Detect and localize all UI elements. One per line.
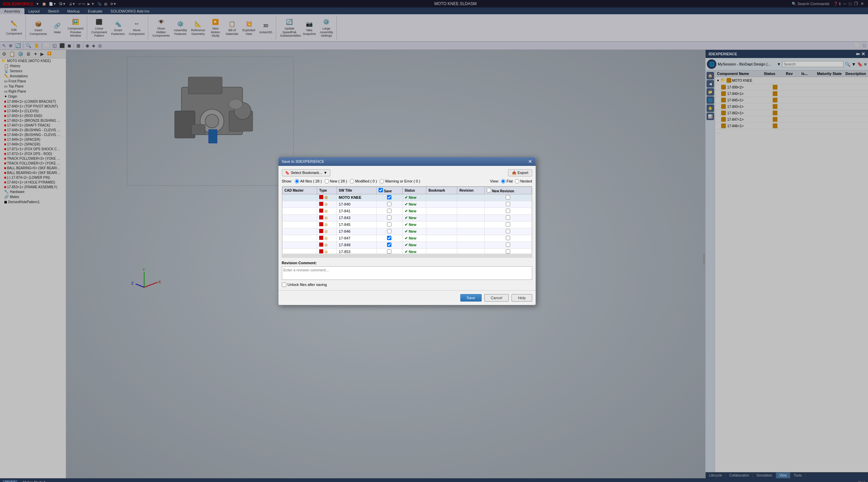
dialog-close-btn[interactable]: ✕ [528, 159, 532, 164]
table-row[interactable]: ⚙ 17-841 ✔ New [282, 208, 532, 214]
th-bookmark: Bookmark [426, 187, 457, 194]
type-gear-8: ⚙ [324, 250, 328, 254]
file-table-container[interactable]: CAD Master Type SW Title Save Status Boo… [282, 186, 532, 254]
td-save-8[interactable] [376, 248, 402, 254]
td-newrev-5[interactable] [485, 228, 532, 235]
bookmark-dropdown-icon: ▼ [324, 171, 327, 175]
save-checkbox-4[interactable] [387, 222, 391, 227]
revision-comment-textarea[interactable] [282, 266, 532, 280]
select-bookmark-btn[interactable]: 🔖 Select Bookmark... ▼ [282, 169, 330, 176]
td-save-1[interactable] [376, 201, 402, 208]
newrev-checkbox-7[interactable] [506, 243, 510, 247]
td-revision-0 [457, 194, 485, 201]
revision-comment-label: Revision Comment: [282, 261, 532, 265]
td-newrev-6[interactable] [485, 235, 532, 242]
save-checkbox-3[interactable] [387, 215, 391, 220]
save-checkbox-1[interactable] [387, 202, 391, 206]
table-row[interactable]: ⚙ 17-845 ✔ New [282, 221, 532, 228]
td-type-1: ⚙ [317, 201, 337, 208]
td-save-4[interactable] [376, 221, 402, 228]
td-newrev-7[interactable] [485, 242, 532, 248]
save-checkbox-6[interactable] [387, 236, 391, 240]
th-save-checkbox[interactable] [379, 188, 383, 192]
td-cad-master-1 [282, 201, 317, 208]
table-row[interactable]: ⚙ MOTO KNEE ✔ New [282, 194, 532, 201]
export-btn[interactable]: 📤 Export [508, 169, 532, 176]
save-checkbox-0[interactable] [387, 195, 391, 199]
dialog-body: 🔖 Select Bookmark... ▼ 📤 Export Show: Al… [278, 166, 536, 290]
table-row[interactable]: ⚙ 17-840 ✔ New [282, 201, 532, 208]
save-checkbox-7[interactable] [387, 243, 391, 247]
revision-comment-section: Revision Comment: [282, 261, 532, 281]
cancel-button[interactable]: Cancel [484, 294, 509, 302]
newrev-checkbox-0[interactable] [506, 195, 510, 199]
unlock-checkbox[interactable] [282, 283, 286, 287]
td-save-3[interactable] [376, 214, 402, 221]
th-new-revision: New Revision [485, 187, 532, 194]
status-badge-5: ✔ New [405, 229, 417, 233]
td-revision-7 [457, 242, 485, 248]
type-gear-5: ⚙ [324, 229, 328, 234]
td-newrev-1[interactable] [485, 201, 532, 208]
table-row[interactable]: ⚙ 17-849 ✔ New [282, 242, 532, 248]
table-row[interactable]: ⚙ 17-847 ✔ New [282, 235, 532, 242]
save-checkbox-2[interactable] [387, 209, 391, 213]
newrev-checkbox-8[interactable] [506, 249, 510, 254]
th-new-rev-checkbox[interactable] [487, 188, 491, 192]
td-revision-6 [457, 235, 485, 242]
file-table-body: ⚙ MOTO KNEE ✔ New ⚙ 17-840 [282, 194, 532, 254]
type-gear-2: ⚙ [324, 209, 328, 214]
warning-count: 0 [416, 179, 418, 183]
td-status-7: ✔ New [402, 242, 426, 248]
export-label: Export [518, 171, 528, 175]
newrev-checkbox-2[interactable] [506, 209, 510, 213]
dialog-title: Save to 3DEXPERIENCE [282, 159, 324, 163]
file-table-head: CAD Master Type SW Title Save Status Boo… [282, 187, 532, 194]
radio-new[interactable]: New (28) [325, 179, 347, 184]
radio-modified-input[interactable] [350, 179, 354, 184]
radio-modified[interactable]: Modified (0) [350, 179, 377, 184]
td-newrev-4[interactable] [485, 221, 532, 228]
table-row[interactable]: ⚙ 17-853 ✔ New [282, 248, 532, 254]
th-status: Status [402, 187, 426, 194]
view-options: View: Flat Nested [490, 179, 532, 184]
radio-new-input[interactable] [325, 179, 329, 184]
radio-flat[interactable]: Flat [501, 179, 513, 184]
td-save-5[interactable] [376, 228, 402, 235]
td-save-6[interactable] [376, 235, 402, 242]
save-checkbox-5[interactable] [387, 229, 391, 233]
help-button[interactable]: Help [512, 294, 532, 302]
bookmark-icon: 🔖 [285, 171, 290, 175]
status-badge-8: ✔ New [405, 250, 417, 254]
save-checkbox-8[interactable] [387, 249, 391, 254]
td-bookmark-8 [426, 248, 457, 254]
td-type-0: ⚙ [317, 194, 337, 201]
status-badge-6: ✔ New [405, 236, 417, 240]
td-bookmark-4 [426, 221, 457, 228]
table-row[interactable]: ⚙ 17-843 ✔ New [282, 214, 532, 221]
td-newrev-2[interactable] [485, 208, 532, 214]
newrev-checkbox-1[interactable] [506, 202, 510, 206]
radio-flat-input[interactable] [501, 179, 505, 184]
radio-warning-input[interactable] [380, 179, 384, 184]
radio-nested[interactable]: Nested [515, 179, 532, 184]
td-revision-1 [457, 201, 485, 208]
td-newrev-0[interactable] [485, 194, 532, 201]
table-row[interactable]: ⚙ 17-846 ✔ New [282, 228, 532, 235]
save-button[interactable]: Save [460, 294, 482, 302]
td-save-2[interactable] [376, 208, 402, 214]
radio-all-input[interactable] [295, 179, 299, 184]
td-save-7[interactable] [376, 242, 402, 248]
radio-all-files[interactable]: All files (28) [295, 179, 322, 184]
horizontal-scrollbar[interactable] [282, 255, 532, 257]
td-newrev-8[interactable] [485, 248, 532, 254]
newrev-checkbox-4[interactable] [506, 222, 510, 227]
newrev-checkbox-5[interactable] [506, 229, 510, 233]
td-save-0[interactable] [376, 194, 402, 201]
radio-nested-input[interactable] [515, 179, 519, 184]
td-newrev-3[interactable] [485, 214, 532, 221]
newrev-checkbox-6[interactable] [506, 236, 510, 240]
status-badge-4: ✔ New [405, 223, 417, 227]
radio-warning[interactable]: Warning or Error (0) [380, 179, 420, 184]
newrev-checkbox-3[interactable] [506, 215, 510, 220]
